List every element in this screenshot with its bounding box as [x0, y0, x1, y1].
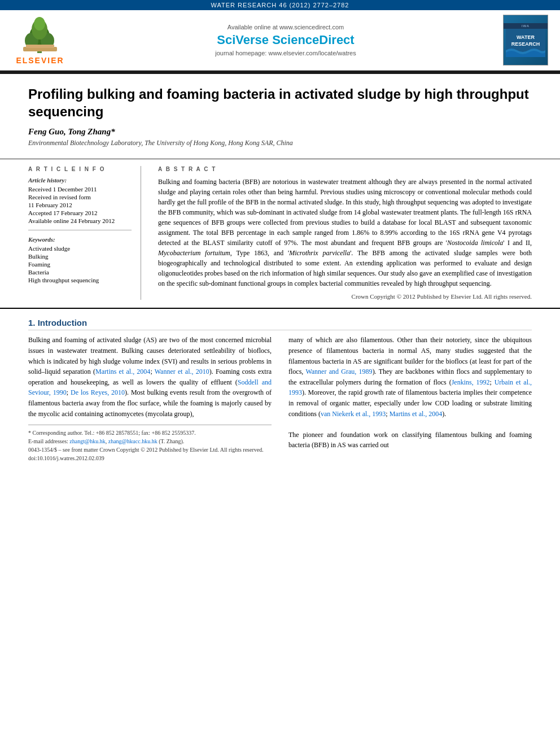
introduction-body: Bulking and foaming of activated sludge …	[28, 335, 532, 462]
elsevier-label: ELSEVIER	[16, 56, 64, 65]
elsevier-logo: ELSEVIER	[9, 15, 71, 65]
keyword-2: Bulking	[28, 253, 132, 260]
ref-martins2[interactable]: Martins et al., 2004	[390, 410, 443, 418]
keywords-label: Keywords:	[28, 236, 132, 243]
intro-col-1: Bulking and foaming of activated sludge …	[28, 335, 272, 462]
article-title: Profiling bulking and foaming bacteria i…	[28, 85, 532, 120]
abstract-heading: A B S T R A C T	[158, 166, 532, 172]
homepage-text: journal homepage: www.elsevier.com/locat…	[77, 50, 495, 56]
svg-text:RESEARCH: RESEARCH	[511, 41, 540, 47]
footnote-email: E-mail addresses: zhangt@hku.hk, zhang@h…	[28, 437, 272, 445]
introduction-section: 1. Introduction Bulking and foaming of a…	[0, 309, 560, 462]
water-research-logo: IWA WATER RESEARCH	[500, 15, 551, 65]
wr-logo-icon: WATER RESEARCH	[506, 29, 545, 57]
footnote-section: * Corresponding author. Tel.: +86 852 28…	[28, 425, 272, 462]
received-revised-date: 11 February 2012	[28, 202, 132, 208]
footnote-corresponding: * Corresponding author. Tel.: +86 852 28…	[28, 429, 272, 437]
intro-text-2: many of which are also filamentous. Othe…	[288, 335, 532, 451]
journal-top-bar: WATER RESEARCH 46 (2012) 2772–2782	[0, 0, 560, 10]
authors: Feng Guo, Tong Zhang*	[28, 127, 532, 137]
available-online-text: Available online at www.sciencedirect.co…	[77, 24, 495, 30]
received-date: Received 1 December 2011	[28, 186, 132, 193]
iwa-label: IWA	[504, 23, 548, 29]
abstract-column: A B S T R A C T Bulking and foaming bact…	[158, 166, 532, 300]
accepted-date: Accepted 17 February 2012	[28, 209, 132, 216]
sciverse-logo: SciVerse ScienceDirect	[217, 33, 354, 47]
abstract-text: Bulking and foaming bacteria (BFB) are n…	[158, 177, 532, 289]
intro-col-2: many of which are also filamentous. Othe…	[288, 335, 532, 462]
ref-martins[interactable]: Martins et al., 2004	[95, 368, 150, 375]
ref-delosreyes[interactable]: De los Reyes, 2010	[71, 388, 125, 396]
info-divider	[28, 230, 132, 230]
footnote-doi: doi:10.1016/j.watres.2012.02.039	[28, 454, 272, 462]
article-info-heading: A R T I C L E I N F O	[28, 166, 132, 172]
ref-soddell[interactable]: Soddell and Seviour, 1990	[28, 378, 272, 397]
journal-citation: WATER RESEARCH 46 (2012) 2772–2782	[211, 2, 349, 8]
journal-header: WATER RESEARCH 46 (2012) 2772–2782 ELSEV…	[0, 0, 560, 71]
keyword-4: Bacteria	[28, 269, 132, 276]
article-info-column: A R T I C L E I N F O Article history: R…	[28, 166, 141, 300]
intro-text-1: Bulking and foaming of activated sludge …	[28, 335, 272, 419]
footnote-issn: 0043-1354/$ – see front matter Crown Cop…	[28, 445, 272, 454]
history-label: Article history:	[28, 177, 132, 184]
article-title-section: Profiling bulking and foaming bacteria i…	[0, 74, 560, 159]
sciverse-text: SciVerse ScienceDirect	[217, 33, 354, 47]
ref-wanner[interactable]: Wanner et al., 2010	[155, 368, 209, 375]
affiliation: Environmental Biotechnology Laboratory, …	[28, 139, 532, 147]
header-content: ELSEVIER Available online at www.science…	[0, 10, 560, 71]
svg-rect-7	[26, 45, 54, 48]
available-online-date: Available online 24 February 2012	[28, 217, 132, 224]
keyword-5: High throughput sequencing	[28, 277, 132, 283]
svg-text:WATER: WATER	[517, 34, 535, 40]
email-link-1[interactable]: zhangt@hku.hk	[69, 438, 105, 444]
keyword-1: Activated sludge	[28, 245, 132, 252]
article-info-abstract: A R T I C L E I N F O Article history: R…	[0, 159, 560, 309]
keyword-3: Foaming	[28, 261, 132, 268]
ref-wanner-grau[interactable]: Wanner and Grau, 1989	[305, 368, 372, 375]
copyright-line: Crown Copyright © 2012 Published by Else…	[158, 293, 532, 300]
ref-vanniekerk[interactable]: van Niekerk et al., 1993	[321, 410, 386, 418]
received-revised-label: Received in revised form	[28, 194, 132, 200]
email-link-2[interactable]: zhang@hkucc.hku.hk	[108, 438, 158, 444]
header-center: Available online at www.sciencedirect.co…	[77, 24, 495, 56]
wr-logo-box: IWA WATER RESEARCH	[503, 15, 548, 65]
ref-jenkins[interactable]: Jenkins, 1992	[452, 378, 490, 386]
ref-urbain[interactable]: Urbain et al., 1993	[288, 378, 532, 397]
section-title: 1. Introduction	[28, 318, 532, 330]
elsevier-tree-icon	[15, 15, 65, 55]
svg-point-5	[34, 17, 45, 30]
